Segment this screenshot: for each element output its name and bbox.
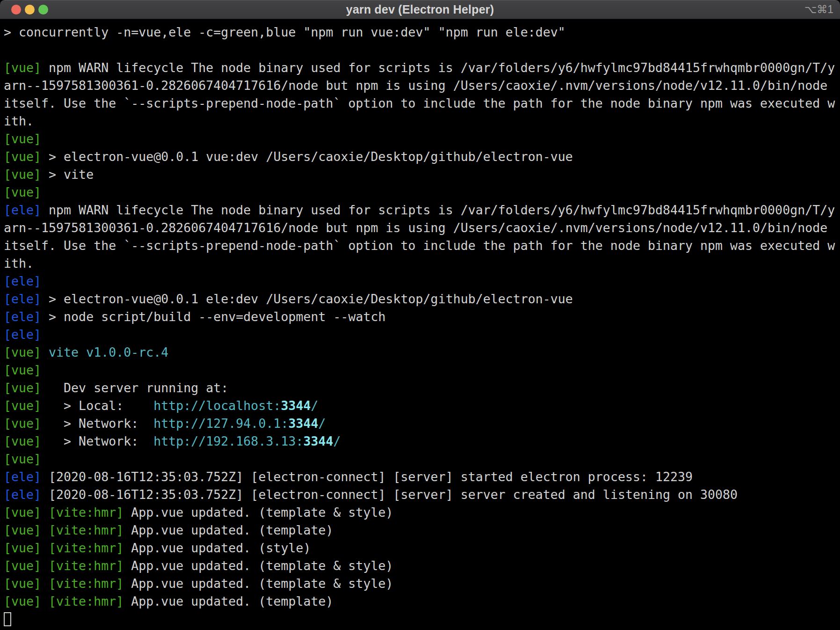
terminal-text-segment: [2020-08-16T12:35:03.752Z] [electron-con… <box>41 487 738 502</box>
terminal-text-segment: 3344 <box>288 416 318 431</box>
titlebar[interactable]: yarn dev (Electron Helper) ⌥⌘1 <box>0 0 840 19</box>
terminal-text-segment: > Network: <box>41 434 153 448</box>
terminal-text-segment: arn--1597581300361-0.2826067404717616/no… <box>4 78 827 93</box>
terminal-text-segment: > electron-vue@0.0.1 ele:dev /Users/caox… <box>41 292 573 306</box>
terminal-row: [vue] <box>4 183 836 201</box>
terminal-text-segment <box>41 594 49 608</box>
terminal-row: [vue] [vite:hmr] App.vue updated. (templ… <box>4 575 836 593</box>
terminal-row: [ele] > electron-vue@0.0.1 ele:dev /User… <box>4 290 836 308</box>
terminal-text-segment: [vue] <box>4 434 41 448</box>
terminal-text-segment: / <box>333 434 341 448</box>
terminal-row <box>4 610 836 628</box>
window-controls <box>0 5 48 15</box>
terminal-row: arn--1597581300361-0.2826067404717616/no… <box>4 77 836 95</box>
terminal-text-segment: [vite:hmr] <box>49 505 123 520</box>
terminal-text-segment: [ele] <box>4 487 41 502</box>
terminal-text-segment: [vite:hmr] <box>49 541 123 555</box>
terminal-row <box>4 41 836 59</box>
terminal-cursor <box>4 612 11 626</box>
terminal-text-segment: itself. Use the `--scripts-prepend-node-… <box>4 238 835 253</box>
terminal-row: [vue] [vite:hmr] App.vue updated. (templ… <box>4 504 836 521</box>
terminal-text-segment: [vue] <box>4 167 41 182</box>
terminal-row: [vue] [vite:hmr] App.vue updated. (style… <box>4 539 836 557</box>
terminal-text-segment: [ele] <box>4 309 41 324</box>
minimize-button[interactable] <box>25 5 35 15</box>
terminal-text-segment: itself. Use the `--scripts-prepend-node-… <box>4 96 835 110</box>
terminal-text-segment: http://192.168.3.13: <box>153 434 303 448</box>
terminal-text-segment: http://127.94.0.1: <box>153 416 288 431</box>
terminal-text-segment: > concurrently -n=vue,ele -c=green,blue … <box>4 25 565 39</box>
terminal-text-segment: [vue] <box>4 594 41 608</box>
terminal-text-segment: [vue] <box>4 541 41 555</box>
terminal-text-segment: [vite:hmr] <box>49 523 123 537</box>
terminal-text-segment: [vue] <box>4 60 41 75</box>
terminal-text-segment: ith. <box>4 114 34 128</box>
terminal-text-segment: vite v1.0.0-rc.4 <box>49 345 168 359</box>
terminal-text-segment: [vue] <box>4 558 41 573</box>
zoom-button[interactable] <box>38 5 48 15</box>
terminal-row: ith. <box>4 255 836 272</box>
terminal-text-segment <box>41 505 49 520</box>
terminal-row: [vue] > vite <box>4 166 836 183</box>
terminal-text-segment: [vue] <box>4 398 41 413</box>
terminal-text-segment <box>41 345 49 359</box>
terminal-text-segment: [ele] <box>4 274 41 288</box>
terminal-row: [vue] > Local: http://localhost:3344/ <box>4 397 836 415</box>
terminal-text-segment <box>41 541 49 555</box>
terminal-text-segment: npm WARN lifecycle The node binary used … <box>41 60 835 75</box>
terminal-text-segment: App.vue updated. (template & style) <box>123 558 393 573</box>
terminal-text-segment: [vite:hmr] <box>49 576 123 591</box>
terminal-row: [ele] > node script/build --env=developm… <box>4 308 836 326</box>
terminal-text-segment: App.vue updated. (template) <box>123 594 333 608</box>
terminal-text-segment <box>41 523 49 537</box>
terminal-text-segment: App.vue updated. (template) <box>123 523 333 537</box>
terminal-output[interactable]: > concurrently -n=vue,ele -c=green,blue … <box>0 19 840 628</box>
terminal-text-segment: > Network: <box>41 416 153 431</box>
terminal-text-segment: [vue] <box>4 381 41 395</box>
terminal-row: [vue] [vite:hmr] App.vue updated. (templ… <box>4 557 836 575</box>
terminal-text-segment: npm WARN lifecycle The node binary used … <box>41 203 835 217</box>
window-title: yarn dev (Electron Helper) <box>0 3 840 16</box>
terminal-text-segment: [vue] <box>4 185 41 199</box>
terminal-text-segment: 3344 <box>281 398 311 413</box>
window-shortcut-hint: ⌥⌘1 <box>804 3 840 16</box>
close-button[interactable] <box>11 5 21 15</box>
terminal-text-segment: [ele] <box>4 292 41 306</box>
terminal-row: [vue] > Network: http://127.94.0.1:3344/ <box>4 415 836 432</box>
terminal-row: [vue] <box>4 450 836 468</box>
terminal-row: [vue] > Network: http://192.168.3.13:334… <box>4 432 836 450</box>
terminal-text-segment: [vue] <box>4 576 41 591</box>
terminal-text-segment: [vue] <box>4 416 41 431</box>
terminal-row: > concurrently -n=vue,ele -c=green,blue … <box>4 23 836 41</box>
terminal-text-segment: [ele] <box>4 327 41 342</box>
terminal-text-segment: > electron-vue@0.0.1 vue:dev /Users/caox… <box>41 149 573 164</box>
terminal-window: yarn dev (Electron Helper) ⌥⌘1 > concurr… <box>0 0 840 630</box>
terminal-row: [vue] > electron-vue@0.0.1 vue:dev /User… <box>4 148 836 166</box>
terminal-text-segment: [vite:hmr] <box>49 558 123 573</box>
terminal-text-segment: [vue] <box>4 523 41 537</box>
terminal-text-segment: [vue] <box>4 452 41 466</box>
terminal-text-segment: App.vue updated. (template & style) <box>123 505 393 520</box>
terminal-text-segment: / <box>311 398 318 413</box>
terminal-text-segment: / <box>318 416 326 431</box>
terminal-row: itself. Use the `--scripts-prepend-node-… <box>4 95 836 112</box>
terminal-row: itself. Use the `--scripts-prepend-node-… <box>4 237 836 255</box>
terminal-text-segment: [vue] <box>4 363 41 377</box>
terminal-text-segment <box>41 576 49 591</box>
terminal-row: [vue] vite v1.0.0-rc.4 <box>4 344 836 361</box>
terminal-text-segment: [vue] <box>4 505 41 520</box>
terminal-text-segment: ith. <box>4 256 34 271</box>
terminal-text-segment: [ele] <box>4 469 41 484</box>
terminal-text-segment: App.vue updated. (style) <box>123 541 311 555</box>
terminal-row: [vue] [vite:hmr] App.vue updated. (templ… <box>4 521 836 539</box>
terminal-text-segment: [ele] <box>4 203 41 217</box>
terminal-text-segment <box>41 558 49 573</box>
terminal-text-segment: 3344 <box>303 434 333 448</box>
terminal-row: [ele] npm WARN lifecycle The node binary… <box>4 201 836 219</box>
terminal-text-segment: [vue] <box>4 132 41 146</box>
terminal-text-segment: [2020-08-16T12:35:03.752Z] [electron-con… <box>41 469 693 484</box>
terminal-text-segment: App.vue updated. (template & style) <box>123 576 393 591</box>
terminal-row: [ele] <box>4 272 836 290</box>
terminal-row: [vue] npm WARN lifecycle The node binary… <box>4 59 836 77</box>
terminal-text-segment: > node script/build --env=development --… <box>41 309 386 324</box>
